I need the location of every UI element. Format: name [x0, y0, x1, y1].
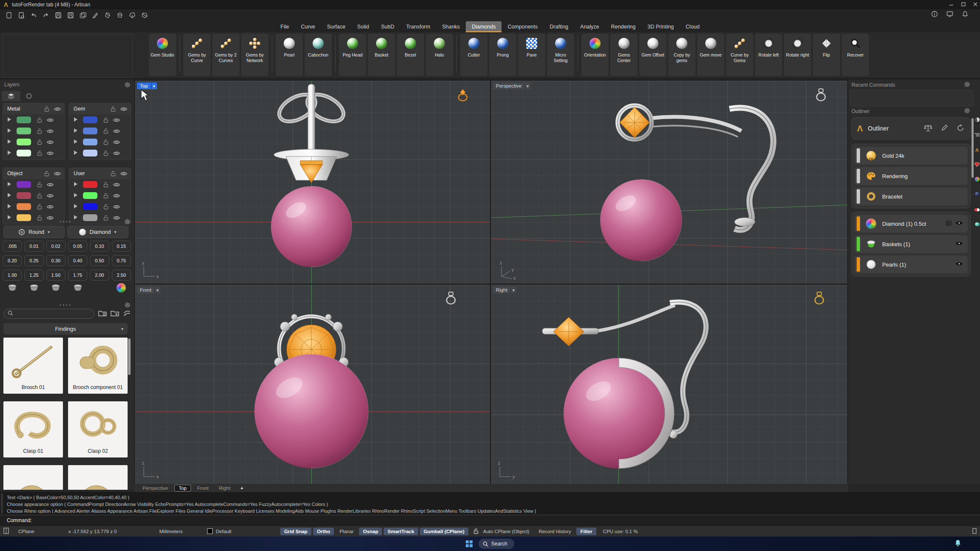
menu-item-3d-printing[interactable]: 3D Printing	[641, 21, 680, 32]
expand-triangle-icon[interactable]	[74, 193, 78, 199]
outliner-item-baskets-1-[interactable]: Baskets (1)	[855, 235, 968, 253]
open-template-icon[interactable]	[17, 11, 25, 19]
layer-row[interactable]	[3, 190, 64, 201]
layer-row[interactable]	[69, 190, 131, 201]
status-toggle-planar[interactable]: Planar	[336, 528, 357, 535]
windows-start-button[interactable]	[466, 540, 473, 547]
finding-card-clasp-01[interactable]: Clasp 01	[3, 401, 63, 457]
eye-icon[interactable]	[113, 204, 120, 209]
lock-icon[interactable]	[37, 215, 42, 221]
eye-icon[interactable]	[956, 261, 963, 267]
status-toggle-ortho[interactable]: Ortho	[313, 528, 334, 535]
lock-icon[interactable]	[44, 106, 49, 112]
expand-triangle-icon[interactable]	[7, 139, 11, 145]
panel-divider[interactable]: ••••	[60, 219, 72, 224]
expand-triangle-icon[interactable]	[74, 117, 78, 123]
stone-gear-icon[interactable]	[124, 219, 131, 225]
eye-icon[interactable]	[113, 193, 120, 198]
lock-icon[interactable]	[103, 182, 108, 187]
lock-icon[interactable]	[103, 117, 108, 123]
finding-card-clasp-02[interactable]: Clasp 02	[68, 401, 128, 457]
layer-color-swatch[interactable]	[83, 128, 97, 134]
layer-color-swatch[interactable]	[17, 214, 31, 221]
menu-item-rendering[interactable]: Rendering	[605, 21, 642, 32]
halo-icon[interactable]	[68, 282, 87, 293]
ribbon-button-cutter[interactable]: Cutter	[460, 34, 487, 76]
viewport-top[interactable]: Top ▾ yx	[135, 81, 490, 284]
bezel-icon[interactable]	[46, 282, 66, 293]
ribbon-button-basket[interactable]: Basket	[368, 34, 395, 76]
eye-icon[interactable]	[54, 171, 61, 176]
refresh-icon[interactable]	[957, 124, 964, 133]
ring-gizmo-icon[interactable]	[815, 88, 827, 103]
layer-color-swatch[interactable]	[83, 116, 97, 123]
eye-icon[interactable]	[47, 204, 54, 209]
expand-triangle-icon[interactable]	[7, 128, 11, 134]
minimize-button[interactable]	[949, 2, 954, 8]
menu-item-solid[interactable]: Solid	[351, 21, 375, 32]
lock-icon[interactable]	[37, 139, 42, 145]
capsule-tab-icon[interactable]	[974, 207, 980, 213]
viewport-menu-chevron-icon[interactable]: ▾	[510, 287, 516, 293]
stone-size-1.50[interactable]: 1.50	[46, 270, 66, 281]
menu-item-cloud[interactable]: Cloud	[680, 21, 706, 32]
maximize-button[interactable]	[961, 2, 966, 8]
expand-triangle-icon[interactable]	[7, 182, 11, 188]
ribbon-button-prong[interactable]: Prong	[489, 34, 516, 76]
viewport-menu-chevron-icon[interactable]: ▾	[151, 82, 157, 89]
dial-tab-icon[interactable]	[975, 117, 980, 123]
peg-head-icon[interactable]	[3, 282, 22, 293]
layer-row[interactable]	[69, 179, 131, 190]
stone-size-0.25[interactable]: 0.25	[24, 255, 43, 266]
menu-item-surface[interactable]: Surface	[321, 21, 351, 32]
layer-color-swatch[interactable]	[83, 139, 97, 145]
finding-card[interactable]	[3, 465, 63, 490]
stone-size-2.50[interactable]: 2.50	[112, 270, 131, 281]
ribbon-button-copy-by-gems[interactable]: Copy by gems	[668, 34, 695, 76]
layers-tab[interactable]	[2, 91, 20, 101]
dark-sphere-tab-icon[interactable]	[975, 192, 980, 198]
ribbon-button-gems-by-curve[interactable]: Gems by Curve	[183, 34, 211, 76]
status-toggle-record-history[interactable]: Record History	[535, 528, 575, 535]
close-button[interactable]	[973, 2, 977, 8]
gem-sketch-a-icon[interactable]	[104, 11, 111, 19]
layer-row[interactable]	[3, 179, 64, 190]
taskbar-search[interactable]: Search	[479, 539, 514, 549]
finding-card[interactable]	[68, 465, 128, 490]
layer-group-header[interactable]: User	[69, 168, 131, 179]
lock-icon[interactable]	[103, 193, 108, 199]
eye-icon[interactable]	[113, 151, 120, 156]
layer-row[interactable]	[3, 201, 64, 212]
stone-size-0.20[interactable]: 0.20	[3, 255, 22, 266]
ribbon-button-rotate-right[interactable]: Rotate right	[784, 34, 811, 76]
viewport-label-perspective[interactable]: Perspective ▾	[493, 82, 530, 89]
layer-row[interactable]	[69, 148, 131, 159]
layer-row[interactable]	[69, 125, 131, 136]
eye-icon[interactable]	[54, 107, 61, 111]
tree-tab-icon[interactable]	[974, 132, 980, 138]
viewport-right[interactable]: Right ▾ zy	[491, 285, 847, 484]
viewport-menu-chevron-icon[interactable]: ▾	[524, 82, 530, 89]
list-properties-icon[interactable]	[946, 221, 952, 227]
lock-icon[interactable]	[37, 193, 42, 199]
eye-icon[interactable]	[956, 221, 963, 227]
stone-size-1.75[interactable]: 1.75	[68, 270, 87, 281]
eye-icon[interactable]	[113, 129, 120, 133]
outliner-item-gold-24k[interactable]: 24kGold 24k	[855, 147, 968, 165]
outliner-item-pearls-1-[interactable]: Pearls (1)	[855, 256, 968, 273]
menu-item-shanks[interactable]: Shanks	[436, 21, 466, 32]
eye-icon[interactable]	[120, 107, 127, 111]
expand-triangle-icon[interactable]	[74, 215, 78, 221]
viewport-label-front[interactable]: Front ▾	[137, 287, 160, 293]
outliner-item-rendering[interactable]: Rendering	[855, 167, 968, 185]
expand-triangle-icon[interactable]	[7, 193, 11, 199]
layer-color-swatch[interactable]	[83, 203, 97, 210]
panel-divider[interactable]: ••••	[60, 303, 72, 307]
info-icon[interactable]	[931, 10, 938, 18]
expand-triangle-icon[interactable]	[7, 215, 11, 221]
viewport-label-top[interactable]: Top ▾	[137, 82, 157, 89]
eye-icon[interactable]	[47, 140, 54, 145]
layer-color-swatch[interactable]	[17, 192, 31, 199]
lock-icon[interactable]	[37, 182, 42, 187]
ribbon-button-recover[interactable]: Recover	[842, 34, 869, 76]
